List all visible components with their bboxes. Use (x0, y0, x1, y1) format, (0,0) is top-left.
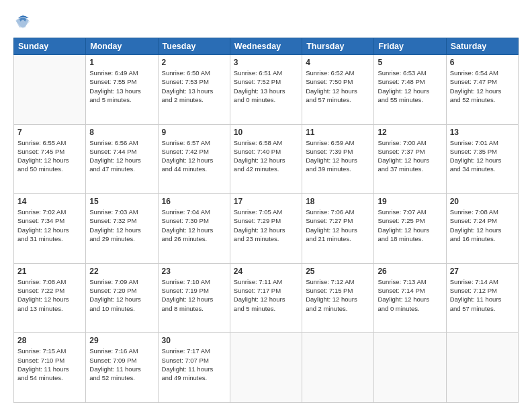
calendar-header-row: SundayMondayTuesdayWednesdayThursdayFrid… (14, 38, 519, 55)
day-number: 28 (17, 336, 82, 345)
calendar-cell: 15Sunrise: 7:03 AM Sunset: 7:32 PM Dayli… (86, 194, 158, 264)
calendar-cell: 27Sunrise: 7:14 AM Sunset: 7:12 PM Dayli… (446, 263, 518, 333)
calendar-cell: 14Sunrise: 7:02 AM Sunset: 7:34 PM Dayli… (14, 194, 86, 264)
day-number: 8 (89, 128, 154, 137)
calendar-cell: 24Sunrise: 7:11 AM Sunset: 7:17 PM Dayli… (230, 263, 302, 333)
day-number: 18 (306, 197, 370, 206)
calendar-cell: 12Sunrise: 7:00 AM Sunset: 7:37 PM Dayli… (374, 124, 446, 194)
day-info: Sunrise: 7:16 AM Sunset: 7:09 PM Dayligh… (89, 347, 154, 382)
calendar-cell: 7Sunrise: 6:55 AM Sunset: 7:45 PM Daylig… (14, 124, 86, 194)
calendar-cell: 5Sunrise: 6:53 AM Sunset: 7:48 PM Daylig… (374, 55, 446, 125)
day-info: Sunrise: 6:50 AM Sunset: 7:53 PM Dayligh… (162, 68, 226, 104)
logo-icon (13, 12, 32, 31)
day-number: 13 (450, 128, 515, 137)
day-info: Sunrise: 7:05 AM Sunset: 7:29 PM Dayligh… (234, 208, 298, 243)
calendar-cell: 23Sunrise: 7:10 AM Sunset: 7:19 PM Dayli… (158, 263, 230, 333)
calendar-cell: 21Sunrise: 7:08 AM Sunset: 7:22 PM Dayli… (14, 263, 86, 333)
calendar-cell: 25Sunrise: 7:12 AM Sunset: 7:15 PM Dayli… (302, 263, 374, 333)
calendar-cell (230, 333, 302, 403)
day-info: Sunrise: 7:12 AM Sunset: 7:15 PM Dayligh… (306, 277, 370, 313)
day-info: Sunrise: 7:10 AM Sunset: 7:19 PM Dayligh… (162, 277, 226, 313)
day-number: 5 (378, 58, 442, 67)
calendar-cell: 3Sunrise: 6:51 AM Sunset: 7:52 PM Daylig… (230, 55, 302, 125)
weekday-header: Sunday (14, 38, 86, 55)
weekday-header: Tuesday (158, 38, 230, 55)
day-info: Sunrise: 7:15 AM Sunset: 7:10 PM Dayligh… (17, 347, 82, 382)
day-info: Sunrise: 6:59 AM Sunset: 7:39 PM Dayligh… (306, 138, 370, 174)
calendar-cell: 28Sunrise: 7:15 AM Sunset: 7:10 PM Dayli… (14, 333, 86, 403)
day-number: 22 (89, 267, 154, 276)
calendar-cell: 6Sunrise: 6:54 AM Sunset: 7:47 PM Daylig… (446, 55, 518, 125)
day-number: 27 (450, 267, 515, 276)
calendar-cell: 18Sunrise: 7:06 AM Sunset: 7:27 PM Dayli… (302, 194, 374, 264)
day-number: 23 (162, 267, 226, 276)
calendar-cell: 11Sunrise: 6:59 AM Sunset: 7:39 PM Dayli… (302, 124, 374, 194)
weekday-header: Thursday (302, 38, 374, 55)
day-info: Sunrise: 7:04 AM Sunset: 7:30 PM Dayligh… (162, 208, 226, 243)
day-info: Sunrise: 6:56 AM Sunset: 7:44 PM Dayligh… (89, 138, 154, 174)
day-info: Sunrise: 6:52 AM Sunset: 7:50 PM Dayligh… (306, 68, 370, 104)
day-info: Sunrise: 6:54 AM Sunset: 7:47 PM Dayligh… (450, 68, 515, 104)
day-info: Sunrise: 7:17 AM Sunset: 7:07 PM Dayligh… (162, 347, 226, 382)
day-info: Sunrise: 6:53 AM Sunset: 7:48 PM Dayligh… (378, 68, 442, 104)
calendar-week-row: 28Sunrise: 7:15 AM Sunset: 7:10 PM Dayli… (14, 333, 519, 403)
day-number: 10 (234, 128, 298, 137)
calendar-cell (374, 333, 446, 403)
day-number: 7 (17, 128, 82, 137)
calendar-cell: 16Sunrise: 7:04 AM Sunset: 7:30 PM Dayli… (158, 194, 230, 264)
day-number: 21 (17, 267, 82, 276)
day-number: 17 (234, 197, 298, 206)
calendar-cell: 30Sunrise: 7:17 AM Sunset: 7:07 PM Dayli… (158, 333, 230, 403)
day-info: Sunrise: 7:00 AM Sunset: 7:37 PM Dayligh… (378, 138, 442, 174)
calendar-week-row: 7Sunrise: 6:55 AM Sunset: 7:45 PM Daylig… (14, 124, 519, 194)
calendar-cell: 26Sunrise: 7:13 AM Sunset: 7:14 PM Dayli… (374, 263, 446, 333)
day-info: Sunrise: 7:08 AM Sunset: 7:24 PM Dayligh… (450, 208, 515, 243)
calendar-cell: 9Sunrise: 6:57 AM Sunset: 7:42 PM Daylig… (158, 124, 230, 194)
day-info: Sunrise: 6:51 AM Sunset: 7:52 PM Dayligh… (234, 68, 298, 104)
day-info: Sunrise: 7:09 AM Sunset: 7:20 PM Dayligh… (89, 277, 154, 313)
day-number: 9 (162, 128, 226, 137)
day-info: Sunrise: 7:14 AM Sunset: 7:12 PM Dayligh… (450, 277, 515, 313)
day-number: 11 (306, 128, 370, 137)
day-number: 4 (306, 58, 370, 67)
calendar-week-row: 21Sunrise: 7:08 AM Sunset: 7:22 PM Dayli… (14, 263, 519, 333)
weekday-header: Friday (374, 38, 446, 55)
day-info: Sunrise: 6:55 AM Sunset: 7:45 PM Dayligh… (17, 138, 82, 174)
day-number: 29 (89, 336, 154, 345)
calendar-cell: 4Sunrise: 6:52 AM Sunset: 7:50 PM Daylig… (302, 55, 374, 125)
calendar-cell: 29Sunrise: 7:16 AM Sunset: 7:09 PM Dayli… (86, 333, 158, 403)
day-number: 19 (378, 197, 442, 206)
day-number: 1 (89, 58, 154, 67)
day-number: 2 (162, 58, 226, 67)
day-info: Sunrise: 7:07 AM Sunset: 7:25 PM Dayligh… (378, 208, 442, 243)
day-number: 25 (306, 267, 370, 276)
calendar-week-row: 1Sunrise: 6:49 AM Sunset: 7:55 PM Daylig… (14, 55, 519, 125)
day-number: 16 (162, 197, 226, 206)
day-info: Sunrise: 7:06 AM Sunset: 7:27 PM Dayligh… (306, 208, 370, 243)
day-number: 15 (89, 197, 154, 206)
day-number: 14 (17, 197, 82, 206)
calendar-cell: 10Sunrise: 6:58 AM Sunset: 7:40 PM Dayli… (230, 124, 302, 194)
calendar-cell: 8Sunrise: 6:56 AM Sunset: 7:44 PM Daylig… (86, 124, 158, 194)
calendar-cell: 22Sunrise: 7:09 AM Sunset: 7:20 PM Dayli… (86, 263, 158, 333)
header (13, 12, 519, 31)
day-number: 26 (378, 267, 442, 276)
day-info: Sunrise: 7:13 AM Sunset: 7:14 PM Dayligh… (378, 277, 442, 313)
day-info: Sunrise: 6:49 AM Sunset: 7:55 PM Dayligh… (89, 68, 154, 104)
day-info: Sunrise: 7:11 AM Sunset: 7:17 PM Dayligh… (234, 277, 298, 313)
calendar-week-row: 14Sunrise: 7:02 AM Sunset: 7:34 PM Dayli… (14, 194, 519, 264)
day-number: 6 (450, 58, 515, 67)
day-number: 24 (234, 267, 298, 276)
day-number: 30 (162, 336, 226, 345)
calendar-cell: 13Sunrise: 7:01 AM Sunset: 7:35 PM Dayli… (446, 124, 518, 194)
calendar-cell (14, 55, 86, 125)
calendar-cell (446, 333, 518, 403)
calendar-table: SundayMondayTuesdayWednesdayThursdayFrid… (13, 38, 519, 403)
day-number: 3 (234, 58, 298, 67)
weekday-header: Saturday (446, 38, 518, 55)
logo (13, 12, 35, 31)
calendar-cell: 17Sunrise: 7:05 AM Sunset: 7:29 PM Dayli… (230, 194, 302, 264)
calendar-cell: 1Sunrise: 6:49 AM Sunset: 7:55 PM Daylig… (86, 55, 158, 125)
day-info: Sunrise: 7:02 AM Sunset: 7:34 PM Dayligh… (17, 208, 82, 243)
calendar-cell (302, 333, 374, 403)
